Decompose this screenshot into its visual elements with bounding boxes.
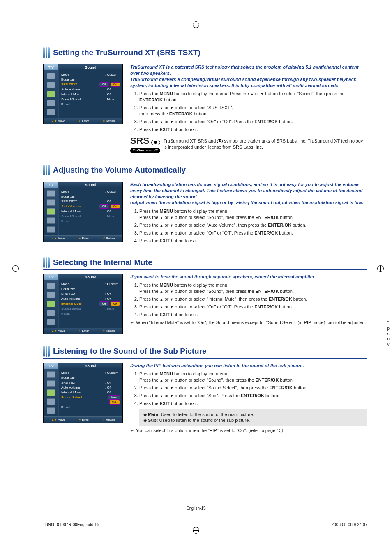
steps-list: Press the MENU button to display the men…: [130, 91, 367, 132]
print-footer: BN68-01007R-00Eng.indd 15 2006-08-08 9:2…: [45, 522, 367, 527]
step-item: Press the EXIT button to exit.: [139, 238, 367, 244]
note-line: ➣You can select this option when the "PI…: [130, 428, 367, 434]
section-explain: If you want to hear the sound through se…: [130, 274, 367, 326]
steps-list: Press the MENU button to display the men…: [130, 282, 367, 317]
section-intro: If you want to hear the sound through se…: [130, 274, 367, 280]
osd-tv-label: T V: [44, 64, 59, 70]
step-item: Press the ▲ or ▼ button to select "Inter…: [139, 296, 367, 302]
step-item: Press the EXIT button to exit.: [139, 400, 367, 407]
osd-screenshot: T V Sound Mode: CustomEqualizerSRS TSXT:…: [43, 182, 123, 242]
cutoff-text: " p s u v: [387, 320, 390, 347]
step-item: Press the ▲ or ▼ button to select "Sub".…: [139, 393, 367, 399]
step-item: Press the EXIT button to exit.: [139, 127, 367, 133]
osd-tv-label: T V: [44, 182, 59, 188]
step-item: Press the ▲ or ▼ button to select "On" o…: [139, 119, 367, 125]
steps-list: Press the MENU button to display the men…: [130, 208, 367, 244]
step-item: Press the MENU button to display the men…: [139, 371, 367, 383]
section: Selecting the Internal Mute T V Sound Mo…: [43, 257, 367, 334]
srs-trademark-note: SRS TruSurround XT TruSurround XT, SRS a…: [130, 135, 367, 153]
print-file: BN68-01007R-00Eng.indd 15: [45, 522, 99, 527]
section: Adjusting the Volume Automatically T V S…: [43, 165, 367, 246]
section-explain: During the PIP features activation, you …: [130, 363, 367, 434]
step-item: Press the MENU button to display the men…: [139, 91, 367, 103]
osd-title: Sound: [59, 363, 122, 369]
steps-list: Press the MENU button to display the men…: [130, 371, 367, 406]
step-item: Press the ▲ or ▼ button to select "On" o…: [139, 304, 367, 310]
step-item: Press the MENU button to display the men…: [139, 208, 367, 221]
osd-title: Sound: [59, 274, 122, 280]
section-intro: Each broadcasting station has its own si…: [130, 182, 367, 206]
page-number: English-15: [0, 506, 392, 511]
note-line: ➣When "Internal Mute" is set to "On", th…: [130, 320, 367, 326]
section: Listening to the Sound of the Sub Pictur…: [43, 346, 367, 434]
heading-ornament-icon: [43, 165, 50, 175]
osd-screenshot: T V Sound Mode: CustomEqualizerSRS TSXT:…: [43, 363, 123, 423]
section-title: Selecting the Internal Mute: [53, 258, 152, 268]
section-intro: TruSurround XT is a patented SRS technol…: [130, 64, 367, 88]
heading-ornament-icon: [43, 257, 50, 268]
osd-tv-label: T V: [44, 274, 59, 280]
section-explain: Each broadcasting station has its own si…: [130, 182, 367, 246]
step-item: Press the ▲ or ▼ button to select "Auto …: [139, 222, 367, 228]
section: Setting the TruSurround XT (SRS TSXT) T …: [43, 47, 367, 153]
heading-ornament-icon: [43, 346, 50, 357]
heading-ornament-icon: [43, 47, 50, 58]
section-title: Listening to the Sound of the Sub Pictur…: [53, 347, 207, 357]
section-title: Adjusting the Volume Automatically: [53, 166, 186, 175]
print-date: 2006-08-08 9:24:07: [332, 522, 367, 527]
step-item: Press the EXIT button to exit.: [139, 312, 367, 318]
step-item: Press the MENU button to display the men…: [139, 282, 367, 294]
section-explain: TruSurround XT is a patented SRS technol…: [130, 64, 367, 153]
step-item: Press the ▲ or ▼ button to select "SRS T…: [139, 105, 367, 117]
step-item: Press the ▲ or ▼ button to select "On" o…: [139, 230, 367, 236]
osd-screenshot: T V Sound Mode: CustomEqualizerSRS TSXT:…: [43, 274, 123, 334]
osd-title: Sound: [59, 64, 122, 70]
osd-screenshot: T V Sound Mode: CustomEqualizerSRS TSXT:…: [43, 64, 123, 124]
step-item: Press the ▲ or ▼ button to select "Sound…: [139, 385, 367, 391]
osd-title: Sound: [59, 182, 122, 188]
section-title: Setting the TruSurround XT (SRS TSXT): [53, 48, 201, 58]
info-box: ◆ Main: Used to listen to the sound of t…: [139, 409, 367, 426]
section-intro: During the PIP features activation, you …: [130, 363, 367, 369]
osd-tv-label: T V: [44, 363, 59, 369]
